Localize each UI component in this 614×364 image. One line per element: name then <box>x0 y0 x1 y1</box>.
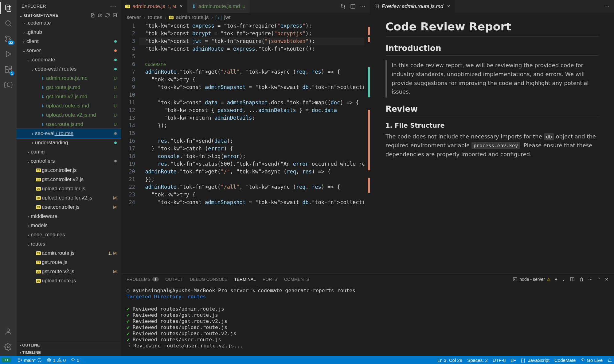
tree-folder[interactable]: ⌄code-eval / routes <box>17 64 121 74</box>
collapse-icon[interactable] <box>112 13 117 18</box>
encoding-status[interactable]: UTF-8 <box>493 358 506 363</box>
tree-file[interactable]: JSupload.route.js <box>17 276 121 285</box>
remote-indicator[interactable] <box>2 358 11 362</box>
code-content[interactable]: "tok-kw">const express = "tok-fn">requir… <box>139 22 370 273</box>
tree-folder[interactable]: ›.codemate <box>17 18 121 28</box>
cursor-position[interactable]: Ln 3, Col 29 <box>437 358 462 363</box>
more-icon[interactable]: ⋯ <box>604 3 610 10</box>
codemate-status[interactable]: CodeMate <box>554 358 576 363</box>
tree-file[interactable]: JSupload.controller.js <box>17 184 121 193</box>
kebab-icon[interactable]: ⋯ <box>588 277 592 282</box>
tree-file[interactable]: JSgst.route.v2.jsM <box>17 267 121 276</box>
tree-file[interactable]: JSgst.controller.js <box>17 166 121 175</box>
tree-file[interactable]: ⬇upload.route.js.mdU <box>17 101 121 110</box>
panel-tab-comments[interactable]: COMMENTS <box>284 273 309 285</box>
tree-file[interactable]: JSgst.controllet.v2.js <box>17 175 121 184</box>
tab-admin-route-js[interactable]: JS admin.route.js 1, M × <box>121 0 187 13</box>
panel-tab-ports[interactable]: PORTS <box>263 273 277 285</box>
js-file-icon: JS <box>35 196 42 200</box>
editor-left-pane: JS admin.route.js 1, M × ⬇ admin.route.j… <box>121 0 370 273</box>
chevron-down-icon: ⌄ <box>26 242 31 246</box>
tree-folder[interactable]: ›understanding <box>17 138 121 147</box>
tree-file[interactable]: ⬇admin.route.js.mdU <box>17 74 121 83</box>
chevron-down-icon: ⌄ <box>22 48 26 53</box>
close-tab-icon[interactable]: × <box>180 3 183 10</box>
indent-status[interactable]: Spaces: 2 <box>467 358 488 363</box>
markdown-file-icon: ⬇ <box>39 95 46 99</box>
status-dot <box>114 141 117 144</box>
tree-folder[interactable]: ›.github <box>17 28 121 37</box>
terminal[interactable]: ○ ayushsinghal@Ayushs-MacBook-Pro server… <box>121 285 614 356</box>
compare-icon[interactable] <box>340 4 346 9</box>
tree-file[interactable]: ⬇gst.route.v2.js.mdU <box>17 92 121 101</box>
minimap[interactable] <box>364 22 370 273</box>
split-terminal-icon[interactable] <box>570 277 575 282</box>
terminal-selector[interactable]: node - server ⚠ <box>513 277 550 282</box>
braces-icon[interactable]: {C} <box>3 80 13 90</box>
language-mode[interactable]: { }JavaScript <box>521 358 549 363</box>
chevron-up-icon[interactable]: ⌃ <box>597 277 600 282</box>
new-terminal-icon[interactable]: + <box>555 277 557 282</box>
breadcrumb[interactable]: server› routes› JS admin.route.js› [∘] j… <box>121 13 370 22</box>
project-header[interactable]: ⌄ GST-SOFTWARE <box>17 12 121 18</box>
panel-tab-output[interactable]: OUTPUT <box>166 273 183 285</box>
panel-tab-terminal[interactable]: TERMINAL <box>234 273 256 285</box>
js-file-icon: JS <box>125 5 130 8</box>
close-panel-icon[interactable]: ✕ <box>605 277 608 282</box>
settings-icon[interactable] <box>3 342 13 352</box>
tree-folder[interactable]: ›middleware <box>17 212 121 221</box>
trash-icon[interactable] <box>579 277 584 282</box>
outline-section[interactable]: › OUTLINE <box>17 341 121 349</box>
tree-item-label: admin.route.js.md <box>46 75 114 81</box>
problems-status[interactable]: 1 0 <box>47 358 66 363</box>
tab-admin-route-md[interactable]: ⬇ admin.route.js.md U <box>187 0 250 13</box>
extensions-icon[interactable]: 1 <box>3 64 13 74</box>
panel-tab-problems[interactable]: PROBLEMS 1 <box>127 273 159 285</box>
source-control-icon[interactable]: 32 <box>3 34 13 44</box>
file-tree: ›.codemate›.github›client⌄server⌄.codema… <box>17 18 121 341</box>
panel-tabs: PROBLEMS 1 OUTPUT DEBUG CONSOLE TERMINAL… <box>121 273 614 285</box>
tree-file[interactable]: ⬇user.route.js.mdU <box>17 120 121 129</box>
account-icon[interactable] <box>3 327 13 336</box>
tree-file[interactable]: JSadmin.route.js1, M <box>17 249 121 258</box>
tree-folder[interactable]: ⌄.codemate <box>17 55 121 64</box>
tree-file[interactable]: ⬇upload.route.v2.js.mdU <box>17 110 121 120</box>
git-branch[interactable]: main* <box>18 358 42 363</box>
new-file-icon[interactable] <box>90 13 95 18</box>
new-folder-icon[interactable] <box>98 13 103 18</box>
preview-blockquote: In this code review report, we will be r… <box>385 60 599 98</box>
terminal-dropdown-icon[interactable]: ⌄ <box>562 277 565 282</box>
split-editor-icon[interactable] <box>350 4 356 9</box>
tree-folder[interactable]: ⌄controllers <box>17 157 121 166</box>
go-live[interactable]: Go Live <box>581 358 603 363</box>
explorer-more-icon[interactable]: ⋯ <box>110 2 116 10</box>
tree-file[interactable]: JSgst.route.js <box>17 258 121 267</box>
ports-status[interactable]: 0 <box>71 358 79 363</box>
tree-file[interactable]: JSupload.controller.v2.jsM <box>17 193 121 203</box>
tab-preview-md[interactable]: Preview admin.route.js.md × <box>370 0 455 13</box>
eol-status[interactable]: LF <box>510 358 516 363</box>
debug-icon[interactable] <box>3 49 13 59</box>
tree-folder[interactable]: ⌄routes <box>17 239 121 249</box>
activity-bar: 32 1 {C} <box>0 0 17 356</box>
code-editor[interactable]: 123456789101112131415161718192021222324 … <box>121 22 370 273</box>
panel-tab-debug[interactable]: DEBUG CONSOLE <box>190 273 227 285</box>
close-tab-icon[interactable]: × <box>447 3 450 10</box>
tree-folder[interactable]: ›sec-eval / routes <box>17 129 121 138</box>
git-status: M <box>113 269 119 274</box>
tree-folder[interactable]: ›models <box>17 221 121 230</box>
tree-folder[interactable]: ⌄server <box>17 46 121 55</box>
tree-file[interactable]: JSuser.controller.jsM <box>17 203 121 212</box>
chevron-down-icon: ⌄ <box>26 58 31 62</box>
tree-item-label: .github <box>26 29 119 35</box>
tree-folder[interactable]: ›client <box>17 37 121 46</box>
search-icon[interactable] <box>3 18 13 28</box>
refresh-icon[interactable] <box>105 13 110 18</box>
more-icon[interactable]: ⋯ <box>360 3 366 10</box>
tree-folder[interactable]: ›node_modules <box>17 230 121 239</box>
timeline-section[interactable]: › TIMELINE <box>17 349 121 356</box>
explorer-icon[interactable] <box>3 3 13 13</box>
notifications-icon[interactable] <box>608 358 612 362</box>
tree-folder[interactable]: ›config <box>17 147 121 157</box>
tree-file[interactable]: ⬇gst.route.js.mdU <box>17 83 121 92</box>
